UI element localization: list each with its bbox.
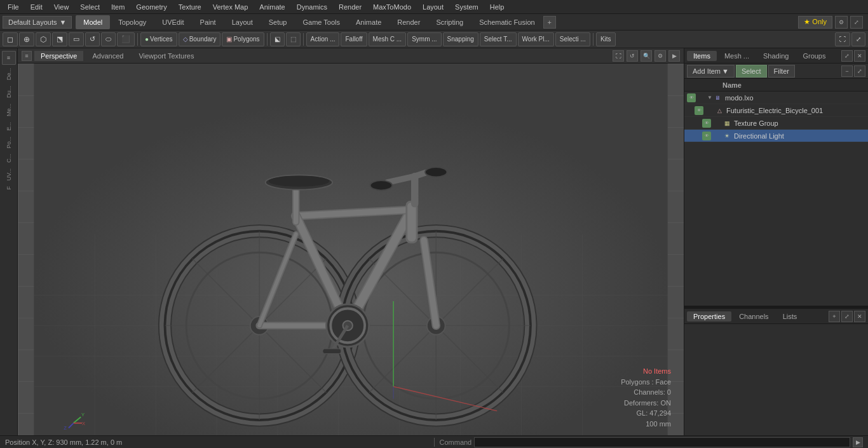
viewport-tab-advanced[interactable]: Advanced <box>86 51 130 61</box>
tree-item-dir-light[interactable]: 👁 ☀ Directional Light <box>684 130 868 142</box>
right-tab-shading[interactable]: Shading <box>757 51 795 61</box>
menu-help[interactable]: Help <box>485 2 510 12</box>
command-input[interactable] <box>474 437 850 447</box>
kits-button[interactable]: Kits <box>596 32 616 46</box>
right-panel-expand-icon[interactable]: ⤢ <box>841 50 853 62</box>
menu-render[interactable]: Render <box>334 2 367 12</box>
layout-add-button[interactable]: + <box>543 16 556 29</box>
sidebar-label-c[interactable]: C... <box>4 151 13 165</box>
menu-texture[interactable]: Texture <box>173 2 207 12</box>
maximize-icon[interactable]: ⤢ <box>851 32 865 46</box>
menu-select[interactable]: Select <box>75 2 105 12</box>
tool-lasso[interactable]: ⬡ <box>36 32 51 46</box>
selecti-button[interactable]: Selecti ... <box>555 32 590 46</box>
tool-rect[interactable]: ▭ <box>69 32 84 46</box>
viewport-canvas[interactable]: X Y Z No Items Polygons : Face Channels:… <box>18 64 684 435</box>
add-item-button[interactable]: Add Item ▼ <box>687 65 735 78</box>
sidebar-label-me[interactable]: Me... <box>4 101 13 119</box>
boundary-button[interactable]: ◇ Boundary <box>179 32 221 46</box>
viewport-more-icon[interactable]: ▶ <box>668 50 680 62</box>
tool-select[interactable]: ◻ <box>3 32 18 46</box>
tool-oval[interactable]: ⬭ <box>101 32 116 46</box>
sidebar-label-du[interactable]: Du... <box>4 83 13 100</box>
sidebar-label-uv[interactable]: UV... <box>4 166 13 183</box>
tool-box[interactable]: ⬛ <box>117 32 135 46</box>
viewport-fit-icon[interactable]: ⛶ <box>613 50 624 62</box>
work-pl-button[interactable]: Work Pl... <box>518 32 554 46</box>
sidebar-top-btn[interactable]: ≡ <box>2 51 16 65</box>
eye-icon-modo[interactable]: 👁 <box>687 93 696 102</box>
layout-tab-game-tools[interactable]: Game Tools <box>295 15 348 29</box>
menu-layout[interactable]: Layout <box>417 2 449 12</box>
viewport-zoom-icon[interactable]: 🔍 <box>641 50 652 62</box>
tree-item-texture-group[interactable]: 👁 ▦ Texture Group <box>684 117 868 130</box>
layout-tab-model[interactable]: Model <box>76 15 110 29</box>
items-expand-icon[interactable]: ⤢ <box>854 65 865 77</box>
layout-tab-scripting[interactable]: Scripting <box>428 15 471 29</box>
eye-icon-light[interactable]: 👁 <box>702 132 711 140</box>
sidebar-label-f[interactable]: F <box>4 184 13 193</box>
menu-view[interactable]: View <box>49 2 74 12</box>
viewport-settings-icon[interactable]: ⚙ <box>654 50 666 62</box>
tree-item-bicycle[interactable]: 👁 △ Futuristic_Electric_Bicycle_001 <box>684 104 868 117</box>
sidebar-label-e[interactable]: E... <box>4 119 13 133</box>
right-tab-items[interactable]: Items <box>687 51 717 61</box>
layout-tab-schematic[interactable]: Schematic Fusion <box>471 15 542 29</box>
menu-file[interactable]: File <box>3 2 24 12</box>
prop-tab-lists[interactable]: Lists <box>776 311 804 322</box>
layout-settings-icon[interactable]: ⚙ <box>835 16 848 29</box>
menu-dynamics[interactable]: Dynamics <box>292 2 332 12</box>
layout-tab-animate[interactable]: Animate <box>348 15 389 29</box>
menu-vertex-map[interactable]: Vertex Map <box>208 2 254 12</box>
viewport-menu-icon[interactable]: ≡ <box>22 51 32 61</box>
layout-tab-setup[interactable]: Setup <box>261 15 295 29</box>
layout-expand-icon[interactable]: ⤢ <box>850 16 863 29</box>
layout-dropdown[interactable]: Default Layouts ▼ <box>3 16 72 29</box>
menu-item[interactable]: Item <box>106 2 130 12</box>
layout-tab-layout[interactable]: Layout <box>224 15 261 29</box>
command-run-icon[interactable]: ▶ <box>853 437 863 447</box>
action-button[interactable]: Action ... <box>306 32 340 46</box>
layout-tab-topology[interactable]: Topology <box>111 15 154 29</box>
eye-icon-bicycle[interactable]: 👁 <box>695 106 703 115</box>
layout-tab-paint[interactable]: Paint <box>193 15 224 29</box>
viewport-reset-icon[interactable]: ↺ <box>627 50 638 62</box>
layout-tab-uvedit[interactable]: UVEdit <box>154 15 191 29</box>
vertices-button[interactable]: ● Vertices <box>140 32 177 46</box>
prop-tab-channels[interactable]: Channels <box>733 311 775 322</box>
menu-edit[interactable]: Edit <box>25 2 48 12</box>
prop-expand-icon[interactable]: ⤢ <box>841 311 853 322</box>
dual-button[interactable]: ⬚ <box>286 32 301 46</box>
tool-circle[interactable]: ⊕ <box>19 32 34 46</box>
sidebar-label-po[interactable]: Po... <box>4 134 13 151</box>
mesh-button[interactable]: Mesh C ... <box>369 32 407 46</box>
prop-tab-properties[interactable]: Properties <box>687 311 731 322</box>
polygons-button[interactable]: ▣ Polygons <box>222 32 264 46</box>
eye-icon-texture[interactable]: 👁 <box>702 119 711 128</box>
select-button[interactable]: Select <box>736 65 767 78</box>
tree-item-modo-lxo[interactable]: 👁 ▼ 🖥 modo.lxo <box>684 92 868 104</box>
symm-button[interactable]: Symm ... <box>407 32 441 46</box>
falloff-button[interactable]: Falloff <box>341 32 367 46</box>
viewport-tab-perspective[interactable]: Perspective <box>34 51 83 61</box>
menu-geometry[interactable]: Geometry <box>131 2 172 12</box>
star-button[interactable]: ★ Only <box>798 16 832 29</box>
right-tab-groups[interactable]: Groups <box>796 51 832 61</box>
snapping-button[interactable]: Snapping <box>443 32 478 46</box>
mode-button[interactable]: ⬕ <box>270 32 285 46</box>
sidebar-label-de[interactable]: De... <box>4 65 13 83</box>
fullscreen-icon[interactable]: ⛶ <box>835 32 850 46</box>
menu-system[interactable]: System <box>450 2 484 12</box>
right-panel-close-icon[interactable]: ✕ <box>854 50 865 62</box>
viewport-tab-textures[interactable]: Viewport Textures <box>132 51 200 61</box>
prop-more-icon[interactable]: ✕ <box>854 311 865 322</box>
tool-poly[interactable]: ⬔ <box>52 32 67 46</box>
filter-button[interactable]: Filter <box>768 65 795 78</box>
select-t-button[interactable]: Select T... <box>480 32 517 46</box>
tool-rotate[interactable]: ↺ <box>85 32 100 46</box>
menu-animate[interactable]: Animate <box>254 2 290 12</box>
layout-tab-render[interactable]: Render <box>390 15 428 29</box>
menu-maxtomodo[interactable]: MaxToModo <box>368 2 416 12</box>
prop-add-icon[interactable]: + <box>829 311 840 322</box>
items-collapse-icon[interactable]: − <box>841 65 853 77</box>
